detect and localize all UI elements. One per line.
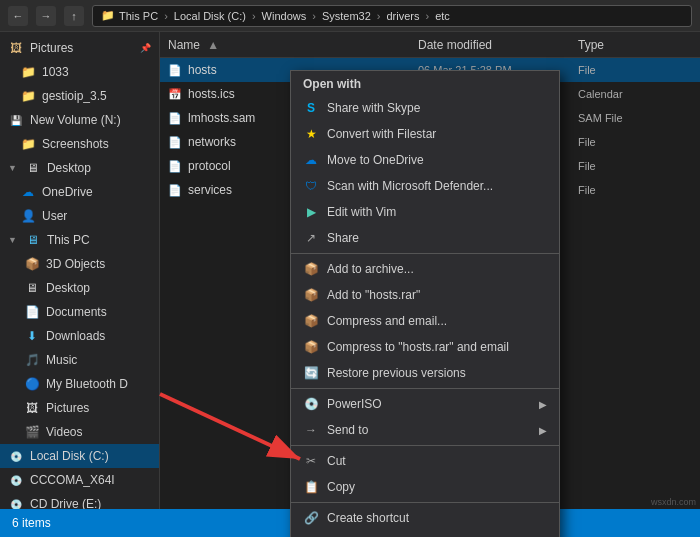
ctx-add-archive[interactable]: 📦 Add to archive... [291, 256, 559, 282]
col-date-header[interactable]: Date modified [410, 38, 570, 52]
defender-icon: 🛡 [303, 178, 319, 194]
ctx-edit-vim[interactable]: ▶ Edit with Vim [291, 199, 559, 225]
sidebar-label: My Bluetooth D [46, 377, 128, 391]
pin-icon: 📌 [140, 43, 151, 53]
vim-icon: ▶ [303, 204, 319, 220]
svg-line-1 [160, 394, 300, 459]
breadcrumb-etc: etc [435, 10, 450, 22]
file-type-cell: File [570, 184, 700, 196]
sidebar-label: Music [46, 353, 77, 367]
sidebar-label: This PC [47, 233, 90, 247]
sidebar-item-screenshots[interactable]: 📁 Screenshots [0, 132, 159, 156]
ctx-delete[interactable]: 🗑 Delete [291, 531, 559, 537]
ctx-create-shortcut[interactable]: 🔗 Create shortcut [291, 505, 559, 531]
onedrive-icon: ☁ [303, 152, 319, 168]
file-type-cell: Calendar [570, 88, 700, 100]
submenu-arrow: ▶ [539, 399, 547, 410]
sidebar-item-videos[interactable]: 🎬 Videos [0, 420, 159, 444]
copy-icon: 📋 [303, 479, 319, 495]
ctx-compress-rar-email[interactable]: 📦 Compress to "hosts.rar" and email [291, 334, 559, 360]
compress-icon: 📦 [303, 313, 319, 329]
back-button[interactable]: ← [8, 6, 28, 26]
breadcrumb-thispc: 📁 [101, 9, 115, 22]
ctx-open-with-header: Open with [291, 71, 559, 95]
breadcrumb-thispc-label: This PC [119, 10, 158, 22]
sidebar-item-mybluetooth[interactable]: 🔵 My Bluetooth D [0, 372, 159, 396]
ctx-share-skype[interactable]: S Share with Skype [291, 95, 559, 121]
sidebar-label: Documents [46, 305, 107, 319]
bluetooth-icon: 🔵 [24, 376, 40, 392]
ctx-cut[interactable]: ✂ Cut [291, 448, 559, 474]
skype-icon: S [303, 100, 319, 116]
up-button[interactable]: ↑ [64, 6, 84, 26]
documents-icon: 📄 [24, 304, 40, 320]
sidebar-item-documents[interactable]: 📄 Documents [0, 300, 159, 324]
expand-icon: ▼ [8, 235, 17, 245]
rar-icon: 📦 [303, 287, 319, 303]
sidebar-item-1033[interactable]: 📁 1033 [0, 60, 159, 84]
archive-icon: 📦 [303, 261, 319, 277]
sidebar-item-downloads[interactable]: ⬇ Downloads [0, 324, 159, 348]
sidebar-label: Screenshots [42, 137, 109, 151]
sidebar-label: User [42, 209, 67, 223]
file-icon: 📄 [168, 160, 182, 173]
file-icon: 📄 [168, 184, 182, 197]
sidebar-label: gestioip_3.5 [42, 89, 107, 103]
ctx-move-onedrive[interactable]: ☁ Move to OneDrive [291, 147, 559, 173]
forward-button[interactable]: → [36, 6, 56, 26]
sidebar-label: OneDrive [42, 185, 93, 199]
sidebar-item-desktop-header[interactable]: ▼ 🖥 Desktop [0, 156, 159, 180]
ctx-convert-filestar[interactable]: ★ Convert with Filestar [291, 121, 559, 147]
sidebar-item-music[interactable]: 🎵 Music [0, 348, 159, 372]
col-name-header[interactable]: Name ▲ [160, 38, 410, 52]
ctx-compress-email[interactable]: 📦 Compress and email... [291, 308, 559, 334]
sidebar-label: New Volume (N:) [30, 113, 121, 127]
context-menu: Open with S Share with Skype ★ Convert w… [290, 70, 560, 537]
music-icon: 🎵 [24, 352, 40, 368]
shortcut-icon: 🔗 [303, 510, 319, 526]
sidebar: 🖼 Pictures 📌 📁 1033 📁 gestioip_3.5 💾 New… [0, 32, 160, 509]
ctx-sendto[interactable]: → Send to ▶ [291, 417, 559, 443]
sidebar-item-localdisk[interactable]: 💿 Local Disk (C:) [0, 444, 159, 468]
expand-icon: ▼ [8, 163, 17, 173]
sidebar-label: Downloads [46, 329, 105, 343]
file-header: Name ▲ Date modified Type [160, 32, 700, 58]
address-bar[interactable]: 📁 This PC › Local Disk (C:) › Windows › … [92, 5, 692, 27]
ctx-scan-defender[interactable]: 🛡 Scan with Microsoft Defender... [291, 173, 559, 199]
localdisk-icon: 💿 [8, 448, 24, 464]
sidebar-item-pics[interactable]: 🖼 Pictures [0, 396, 159, 420]
sidebar-label: Pictures [46, 401, 89, 415]
cddrive-icon: 💿 [8, 496, 24, 509]
ctx-poweriso[interactable]: 💿 PowerISO ▶ [291, 391, 559, 417]
ctx-restore[interactable]: 🔄 Restore previous versions [291, 360, 559, 386]
3dobjects-icon: 📦 [24, 256, 40, 272]
sidebar-item-desktop[interactable]: 🖥 Desktop [0, 276, 159, 300]
ctx-share[interactable]: ↗ Share [291, 225, 559, 251]
ctx-separator-4 [291, 502, 559, 503]
desktop-icon: 🖥 [24, 280, 40, 296]
sidebar-item-3dobjects[interactable]: 📦 3D Objects [0, 252, 159, 276]
ctx-copy[interactable]: 📋 Copy [291, 474, 559, 500]
cccoma-icon: 💿 [8, 472, 24, 488]
sidebar-item-onedrive[interactable]: ☁ OneDrive [0, 180, 159, 204]
col-type-header[interactable]: Type [570, 38, 700, 52]
file-icon: 📄 [168, 136, 182, 149]
breadcrumb-system32: System32 [322, 10, 371, 22]
sidebar-item-gestioip[interactable]: 📁 gestioip_3.5 [0, 84, 159, 108]
titlebar: ← → ↑ 📁 This PC › Local Disk (C:) › Wind… [0, 0, 700, 32]
sidebar-item-user[interactable]: 👤 User [0, 204, 159, 228]
sidebar-label: Desktop [46, 281, 90, 295]
sidebar-item-cccoma[interactable]: 💿 CCCOMA_X64I [0, 468, 159, 492]
sidebar-label: CCCOMA_X64I [30, 473, 115, 487]
submenu-arrow: ▶ [539, 425, 547, 436]
videos-icon: 🎬 [24, 424, 40, 440]
sidebar-label: Videos [46, 425, 82, 439]
sidebar-item-thispc[interactable]: ▼ 🖥 This PC [0, 228, 159, 252]
sidebar-item-cddrive[interactable]: 💿 CD Drive (E:) [0, 492, 159, 509]
sidebar-item-pictures[interactable]: 🖼 Pictures 📌 [0, 36, 159, 60]
sidebar-item-newvolume[interactable]: 💾 New Volume (N:) [0, 108, 159, 132]
ctx-add-rar[interactable]: 📦 Add to "hosts.rar" [291, 282, 559, 308]
compress-rar-icon: 📦 [303, 339, 319, 355]
folder-icon: 📁 [20, 136, 36, 152]
sidebar-label: Desktop [47, 161, 91, 175]
